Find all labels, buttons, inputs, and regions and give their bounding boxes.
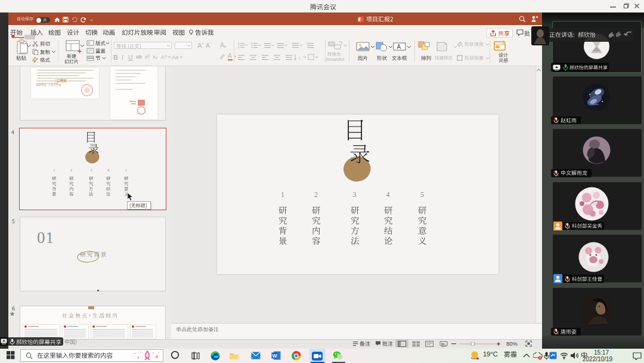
svg-text:A^: A^ (161, 54, 168, 60)
svg-text:W: W (273, 353, 278, 359)
svg-text:Aa: Aa (172, 54, 178, 60)
svg-text:↕: ↕ (298, 55, 301, 61)
svg-text:A: A (397, 44, 401, 50)
svg-text:A: A (228, 53, 232, 59)
